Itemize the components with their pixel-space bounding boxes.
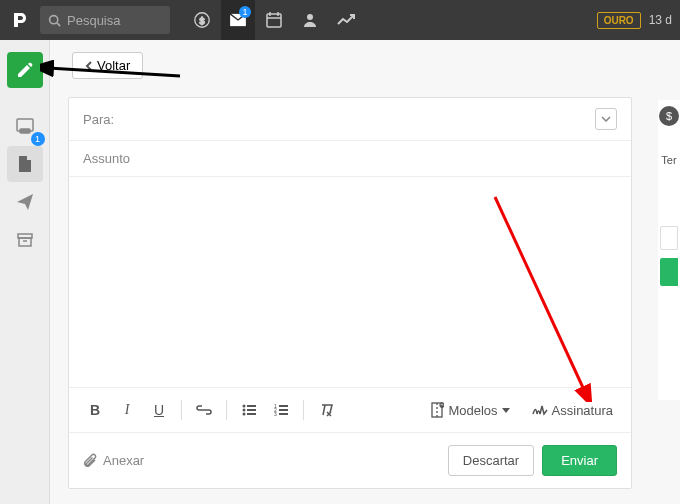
sidebar-inbox[interactable]: 1 <box>7 108 43 144</box>
header-icons: $ 1 <box>185 0 363 40</box>
svg-rect-27 <box>279 413 288 415</box>
svg-rect-25 <box>279 409 288 411</box>
paperclip-icon <box>83 453 97 469</box>
discard-button[interactable]: Descartar <box>448 445 534 476</box>
svg-point-16 <box>243 405 246 408</box>
attach-label: Anexar <box>103 453 144 468</box>
svg-text:$: $ <box>199 16 204 26</box>
templates-label: Modelos <box>448 403 497 418</box>
send-button[interactable]: Enviar <box>542 445 617 476</box>
right-green-button[interactable] <box>660 258 678 286</box>
right-panel: $ Ter <box>658 100 680 400</box>
signature-label: Assinatura <box>552 403 613 418</box>
svg-marker-32 <box>502 408 510 413</box>
calendar-icon[interactable] <box>257 0 291 40</box>
italic-button[interactable]: I <box>113 396 141 424</box>
sidebar-sent[interactable] <box>7 184 43 220</box>
gold-badge: OURO <box>597 12 641 29</box>
underline-button[interactable]: U <box>145 396 173 424</box>
divider <box>226 400 227 420</box>
left-sidebar: 1 <box>0 40 50 504</box>
svg-rect-19 <box>247 409 256 411</box>
svg-point-18 <box>243 409 246 412</box>
email-body[interactable] <box>69 177 631 387</box>
contacts-icon[interactable] <box>293 0 327 40</box>
bullet-list-button[interactable] <box>235 396 263 424</box>
templates-button[interactable]: + Modelos <box>424 398 515 422</box>
template-icon: + <box>430 402 444 418</box>
deals-icon[interactable]: $ <box>185 0 219 40</box>
svg-rect-23 <box>279 405 288 407</box>
right-text: Ter <box>658 154 680 166</box>
divider <box>181 400 182 420</box>
bold-button[interactable]: B <box>81 396 109 424</box>
clear-format-button[interactable] <box>312 396 340 424</box>
right-input[interactable] <box>660 226 678 250</box>
to-field-row[interactable]: Para: <box>69 98 631 141</box>
sidebar-archive[interactable] <box>7 222 43 258</box>
numbered-list-button[interactable]: 123 <box>267 396 295 424</box>
back-label: Voltar <box>97 58 130 73</box>
editor-toolbar: B I U 123 + Modelos <box>69 387 631 432</box>
svg-rect-10 <box>20 129 30 133</box>
footer-row: Anexar Descartar Enviar <box>69 432 631 488</box>
toolbar-right: + Modelos Assinatura <box>424 398 619 422</box>
svg-rect-14 <box>19 238 31 246</box>
to-label: Para: <box>83 112 114 127</box>
search-placeholder: Pesquisa <box>67 13 120 28</box>
search-box[interactable]: Pesquisa <box>40 6 170 34</box>
to-dropdown-toggle[interactable] <box>595 108 617 130</box>
footer-actions: Descartar Enviar <box>448 445 617 476</box>
back-button[interactable]: Voltar <box>72 52 143 79</box>
top-header: Pesquisa $ 1 OURO 13 d <box>0 0 680 40</box>
svg-text:3: 3 <box>274 411 277 416</box>
divider <box>303 400 304 420</box>
attach-button[interactable]: Anexar <box>83 453 144 469</box>
compose-card: Para: B I U 123 <box>68 97 632 489</box>
link-button[interactable] <box>190 396 218 424</box>
header-right: OURO 13 d <box>597 12 672 29</box>
svg-point-20 <box>243 413 246 416</box>
stats-icon[interactable] <box>329 0 363 40</box>
svg-rect-17 <box>247 405 256 407</box>
mail-badge: 1 <box>239 6 251 18</box>
chevron-down-icon <box>502 408 510 413</box>
subject-input[interactable] <box>83 151 617 166</box>
svg-point-8 <box>307 14 313 20</box>
days-remaining: 13 d <box>649 13 672 27</box>
svg-rect-12 <box>21 166 29 168</box>
main-content: Voltar Para: B I U 123 <box>50 40 680 504</box>
compose-button[interactable] <box>7 52 43 88</box>
svg-point-0 <box>50 15 58 23</box>
svg-rect-21 <box>247 413 256 415</box>
signature-button[interactable]: Assinatura <box>526 399 619 422</box>
signature-icon <box>532 404 548 416</box>
search-icon <box>48 14 61 27</box>
app-logo <box>8 8 32 32</box>
sidebar-drafts[interactable] <box>7 146 43 182</box>
inbox-badge: 1 <box>31 132 45 146</box>
svg-rect-11 <box>21 163 29 165</box>
svg-rect-4 <box>267 14 281 27</box>
chevron-left-icon <box>85 61 93 71</box>
subject-row[interactable] <box>69 141 631 177</box>
svg-line-1 <box>57 22 60 25</box>
mail-icon[interactable]: 1 <box>221 0 255 40</box>
coin-icon: $ <box>659 106 679 126</box>
